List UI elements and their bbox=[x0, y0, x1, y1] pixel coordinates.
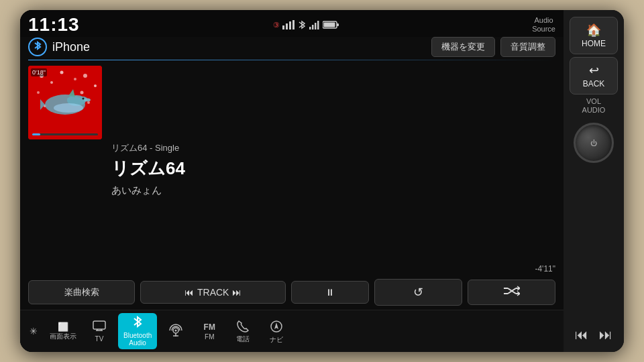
track-timestamp-art: 0'18" bbox=[31, 68, 47, 76]
svg-rect-0 bbox=[282, 25, 284, 29]
svg-point-19 bbox=[80, 91, 84, 95]
cell-signal-icon bbox=[309, 20, 320, 29]
audio-source-label: Audio Source bbox=[532, 16, 555, 34]
track-duration: -4'11" bbox=[535, 264, 555, 274]
repeat-icon: ↺ bbox=[413, 285, 423, 300]
track-album: リズム64 - Single bbox=[111, 142, 555, 154]
nav-item-tv[interactable]: TV bbox=[85, 318, 114, 345]
volume-knob[interactable]: ⏻ bbox=[574, 123, 614, 163]
next-track-icon: ⏭ bbox=[232, 287, 241, 298]
nav-item-bluetooth-audio[interactable]: BluetoothAudio bbox=[118, 313, 157, 349]
navi-icon bbox=[270, 320, 283, 335]
back-icon: ↩ bbox=[589, 63, 599, 78]
header-divider bbox=[28, 60, 555, 60]
bluetooth-device-icon bbox=[28, 38, 47, 56]
svg-rect-4 bbox=[309, 27, 311, 29]
screen-display-label: 画面表示 bbox=[50, 332, 76, 341]
device-name: iPhone bbox=[52, 40, 426, 54]
nav-item-fm[interactable]: FM FM bbox=[195, 320, 224, 343]
vol-label: VOL AUDIO bbox=[582, 97, 606, 115]
clock: 11:13 bbox=[28, 14, 80, 36]
header-buttons: 機器を変更 音質調整 bbox=[431, 37, 555, 57]
tv-label: TV bbox=[95, 335, 104, 343]
bluetooth-nav-icon bbox=[131, 316, 144, 330]
bluetooth-audio-label: BluetoothAudio bbox=[123, 332, 152, 347]
audio-quality-button[interactable]: 音質調整 bbox=[500, 37, 555, 57]
svg-point-13 bbox=[50, 81, 53, 84]
svg-point-42 bbox=[175, 330, 177, 332]
right-panel: 🏠 HOME ↩ BACK VOL AUDIO ⏻ ⏮ ⏭ bbox=[564, 10, 624, 352]
svg-point-29 bbox=[83, 98, 85, 100]
signal-icon bbox=[282, 20, 294, 29]
monitor-icon bbox=[93, 320, 106, 331]
home-button[interactable]: 🏠 HOME bbox=[570, 17, 618, 54]
brightness-icon: ✳ bbox=[30, 326, 38, 337]
svg-point-16 bbox=[83, 74, 87, 78]
svg-rect-7 bbox=[317, 21, 319, 29]
svg-rect-6 bbox=[315, 23, 317, 29]
nav-item-podcast[interactable] bbox=[161, 321, 191, 341]
next-side-button[interactable]: ⏭ bbox=[596, 324, 615, 345]
svg-rect-2 bbox=[289, 21, 291, 29]
track-side-buttons: ⏮ ⏭ bbox=[572, 324, 615, 345]
prev-track-icon: ⏮ bbox=[184, 287, 194, 298]
svg-rect-1 bbox=[286, 23, 288, 29]
phone-svg-icon bbox=[237, 320, 249, 333]
shuffle-icon bbox=[504, 286, 520, 299]
nav-item-phone[interactable]: 電話 bbox=[228, 318, 258, 345]
tv-icon bbox=[93, 320, 106, 334]
svg-point-14 bbox=[60, 71, 64, 74]
search-button[interactable]: 楽曲検索 bbox=[28, 280, 135, 304]
content-area: iPhone 機器を変更 音質調整 bbox=[20, 37, 564, 310]
track-skip-button[interactable]: ⏮ TRACK ⏭ bbox=[140, 281, 286, 304]
home-icon: 🏠 bbox=[586, 23, 601, 38]
main-screen: 11:13 ③ bbox=[20, 10, 564, 352]
album-art: 0'18" bbox=[28, 66, 102, 139]
svg-point-20 bbox=[87, 101, 90, 104]
bluetooth-icon bbox=[131, 316, 144, 329]
repeat-button[interactable]: ↺ bbox=[374, 279, 462, 306]
svg-rect-3 bbox=[292, 20, 294, 29]
svg-rect-5 bbox=[312, 25, 314, 29]
navi-svg-icon bbox=[270, 320, 283, 333]
progress-bar bbox=[32, 133, 98, 135]
nav-item-screen-display[interactable]: ⬜ 画面表示 bbox=[46, 320, 80, 343]
podcast-icon bbox=[169, 324, 182, 339]
battery-icon bbox=[323, 21, 339, 29]
nav-item-navi[interactable]: ナビ bbox=[262, 317, 291, 346]
pause-button[interactable]: ⏸ bbox=[291, 281, 369, 304]
shuffle-button[interactable] bbox=[468, 280, 555, 305]
home-label: HOME bbox=[582, 39, 606, 48]
controls-area: 楽曲検索 ⏮ TRACK ⏭ ⏸ ↺ bbox=[28, 279, 555, 306]
nav-item-brightness[interactable]: ✳ bbox=[25, 324, 42, 338]
svg-point-30 bbox=[54, 103, 83, 113]
change-device-button[interactable]: 機器を変更 bbox=[431, 37, 495, 57]
svg-point-18 bbox=[37, 91, 40, 94]
status-bar: 11:13 ③ bbox=[20, 10, 564, 37]
prev-side-button[interactable]: ⏮ bbox=[572, 324, 591, 345]
track-area: 0'18" リズム64 - Single リズム64 あいみょん -4'11" bbox=[28, 66, 555, 274]
navi-label: ナビ bbox=[270, 336, 283, 343]
phone-label: 電話 bbox=[236, 335, 250, 343]
podcast-svg-icon bbox=[169, 324, 182, 337]
bluetooth-status-icon bbox=[297, 20, 307, 29]
album-art-image bbox=[28, 66, 102, 139]
shuffle-svg-icon bbox=[504, 286, 520, 296]
track-label: TRACK bbox=[197, 287, 229, 298]
track-artist: あいみょん bbox=[111, 184, 555, 197]
fm-label: FM bbox=[205, 333, 214, 341]
car-display-unit: 11:13 ③ bbox=[20, 10, 624, 352]
back-button[interactable]: ↩ BACK bbox=[570, 57, 618, 95]
status-icons: ③ bbox=[273, 20, 339, 29]
svg-point-26 bbox=[84, 99, 91, 102]
fm-icon: FM bbox=[204, 322, 215, 332]
svg-point-15 bbox=[74, 78, 76, 80]
screen-display-icon: ⬜ bbox=[58, 322, 68, 332]
notification-badge: ③ bbox=[273, 21, 280, 29]
header-row: iPhone 機器を変更 音質調整 bbox=[28, 37, 555, 57]
svg-point-17 bbox=[94, 84, 97, 87]
svg-rect-37 bbox=[93, 321, 105, 329]
progress-fill bbox=[32, 133, 40, 135]
svg-rect-10 bbox=[323, 23, 335, 27]
svg-marker-44 bbox=[274, 322, 278, 329]
